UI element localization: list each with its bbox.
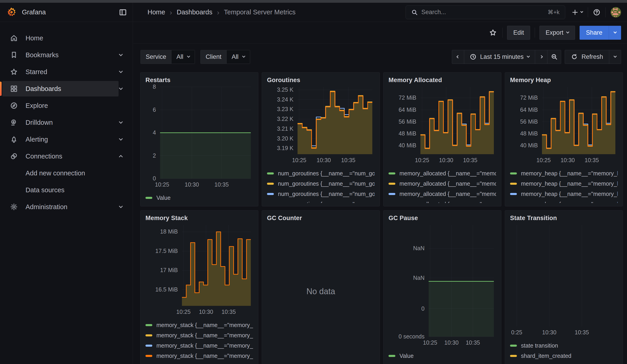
chevron-down-icon[interactable] <box>119 204 123 208</box>
legend-item[interactable]: Value <box>146 193 253 203</box>
chevron-down-icon[interactable] <box>119 86 123 90</box>
legend-item[interactable]: memory_heap {__name__="memory_h <box>510 189 618 199</box>
legend-swatch <box>388 355 395 357</box>
sidebar-item-explore[interactable]: Explore <box>0 97 133 114</box>
legend-item[interactable]: memory_stack {__name__="memory_s <box>146 320 253 330</box>
sidebar-item-bookmarks[interactable]: Bookmarks <box>0 47 133 63</box>
top-bar-main: Home › Dashboards › Temporal Server Metr… <box>133 3 627 22</box>
legend-item[interactable]: memory_stack {__name__="memory_s <box>146 341 253 351</box>
timeseries-chart[interactable]: 3.25 K3.24 K3.23 K3.22 K3.21 K3.20 K3.19… <box>267 85 375 166</box>
search-input[interactable] <box>421 9 548 16</box>
chevron-down-icon[interactable] <box>119 120 123 124</box>
legend-swatch <box>510 355 517 357</box>
favorite-star-button[interactable] <box>489 29 497 37</box>
share-dropdown-button[interactable] <box>609 26 621 40</box>
panel-gc-pause: GC Pause NaNNaN00 seconds10:2510:3010:35… <box>383 210 501 364</box>
user-avatar[interactable] <box>611 7 621 18</box>
add-new-button[interactable] <box>572 9 583 16</box>
legend-item[interactable]: memory_heap {__name__="memory_h <box>510 199 618 203</box>
gear-icon <box>10 203 18 211</box>
filter-bar: Service All Client All Last 15 minutes <box>133 44 627 70</box>
legend-item[interactable]: num_goroutines {__name__="num_go <box>267 199 375 203</box>
legend-swatch <box>267 183 274 185</box>
legend-item[interactable]: shard_item_created <box>510 351 618 361</box>
panel-title[interactable]: Memory Allocated <box>388 77 496 84</box>
legend-item[interactable]: memory_heap {__name__="memory_h <box>510 179 618 189</box>
legend-item[interactable]: memory_allocated {__name__="memo <box>388 199 496 203</box>
search-box[interactable]: ⌘+k <box>406 5 565 19</box>
sidebar-toggle-icon[interactable] <box>119 8 127 16</box>
legend-swatch <box>146 355 152 357</box>
top-bar-actions: ⌘+k <box>406 5 621 19</box>
panel-title[interactable]: Goroutines <box>267 77 375 84</box>
time-shift-forward-button[interactable] <box>535 50 547 64</box>
timeseries-chart[interactable]: 18 MiB17.5 MiB17 MiB16.5 MiB10:2510:3010… <box>146 223 253 318</box>
client-variable[interactable]: Client All <box>200 50 250 64</box>
client-variable-value[interactable]: All <box>226 50 250 64</box>
chevron-left-icon <box>457 55 460 58</box>
panel-title[interactable]: GC Pause <box>388 215 496 222</box>
sidebar-item-data-sources[interactable]: Data sources <box>0 182 133 199</box>
sidebar-item-add-new-connection[interactable]: Add new connection <box>0 165 133 182</box>
breadcrumb-home[interactable]: Home <box>148 8 165 16</box>
legend-label: num_goroutines {__name__="num_go <box>278 170 375 177</box>
time-shift-back-button[interactable] <box>452 50 464 64</box>
legend-item[interactable]: memory_stack {__name__="memory_s <box>146 351 253 361</box>
panel-title[interactable]: State Transition <box>510 215 618 222</box>
chevron-down-icon <box>187 54 190 58</box>
service-variable[interactable]: Service All <box>140 50 195 64</box>
sidebar-item-starred[interactable]: Starred <box>0 63 133 80</box>
panel-restarts: Restarts 8642010:2510:3010:35 Value <box>140 72 258 207</box>
edit-button[interactable]: Edit <box>507 26 530 40</box>
legend-item[interactable]: memory_allocated {__name__="memo <box>388 189 496 199</box>
legend: Value <box>388 351 496 361</box>
sidebar-item-alerting[interactable]: Alerting <box>0 131 133 148</box>
timeseries-chart[interactable]: 72 MiB64 MiB56 MiB48 MiB40 MiB10:2510:30… <box>510 85 618 166</box>
legend-item[interactable]: num_goroutines {__name__="num_go <box>267 189 375 199</box>
client-variable-label: Client <box>201 50 226 64</box>
legend-item[interactable]: num_goroutines {__name__="num_go <box>267 179 375 189</box>
sidebar-item-administration[interactable]: Administration <box>0 199 133 215</box>
breadcrumb-dashboards[interactable]: Dashboards <box>177 8 212 16</box>
legend: memory_allocated {__name__="memo memory_… <box>388 168 496 203</box>
breadcrumb: Home › Dashboards › Temporal Server Metr… <box>148 8 296 16</box>
refresh-button[interactable]: Refresh <box>565 50 609 64</box>
chevron-down-icon[interactable] <box>119 52 123 56</box>
legend-label: memory_stack {__name__="memory_s <box>157 342 253 349</box>
legend-swatch <box>146 334 152 336</box>
timeseries-chart[interactable]: 72 MiB64 MiB56 MiB48 MiB40 MiB10:2510:30… <box>388 85 496 166</box>
legend-label: memory_stack {__name__="memory_s <box>157 353 253 359</box>
legend-label: num_goroutines {__name__="num_go <box>278 191 375 197</box>
refresh-label: Refresh <box>581 53 603 60</box>
panel-title[interactable]: Memory Heap <box>510 77 618 84</box>
chevron-down-icon[interactable] <box>119 69 123 73</box>
legend-item[interactable]: num_goroutines {__name__="num_go <box>267 168 375 179</box>
sidebar-item-dashboards[interactable]: Dashboards <box>0 80 133 97</box>
panel-title[interactable]: Memory Stack <box>146 215 253 222</box>
time-range-picker[interactable]: Last 15 minutes <box>464 50 535 64</box>
plus-icon <box>572 9 578 16</box>
help-button[interactable] <box>593 9 600 16</box>
panel-title[interactable]: GC Counter <box>267 215 375 222</box>
refresh-interval-dropdown[interactable] <box>609 50 621 64</box>
sidebar-item-drilldown[interactable]: Drilldown <box>0 114 133 131</box>
legend-item[interactable]: Value <box>388 351 496 361</box>
legend-item[interactable]: state transition <box>510 341 618 351</box>
chevron-down-icon[interactable] <box>119 137 123 141</box>
timeseries-chart[interactable]: 0:2510:3010:35 <box>510 223 618 338</box>
top-bar: Grafana Home › Dashboards › Temporal Ser… <box>0 3 627 22</box>
sidebar-item-home[interactable]: Home <box>0 30 133 47</box>
service-variable-value[interactable]: All <box>171 50 195 64</box>
legend-item[interactable]: memory_heap {__name__="memory_h <box>510 168 618 179</box>
share-button[interactable]: Share <box>579 26 609 40</box>
legend-item[interactable]: memory_stack {__name__="memory_s <box>146 330 253 341</box>
legend-item[interactable]: memory_allocated {__name__="memo <box>388 168 496 179</box>
zoom-out-button[interactable] <box>547 50 561 64</box>
timeseries-chart[interactable]: NaNNaN00 seconds10:2510:3010:35 <box>388 223 496 349</box>
sidebar-item-connections[interactable]: Connections <box>0 148 133 165</box>
panel-title[interactable]: Restarts <box>146 77 253 84</box>
chevron-up-icon[interactable] <box>119 155 123 159</box>
legend-item[interactable]: memory_allocated {__name__="memo <box>388 179 496 189</box>
export-button[interactable]: Export <box>539 26 575 40</box>
timeseries-chart[interactable]: 8642010:2510:3010:35 <box>146 85 253 190</box>
